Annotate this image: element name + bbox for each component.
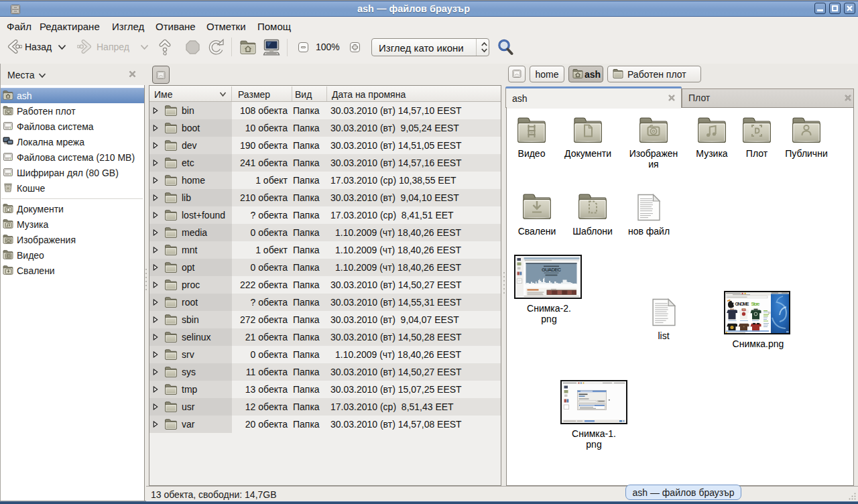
svg-text:Store: Store [751, 302, 760, 306]
svg-text:GNOME: GNOME [735, 302, 749, 306]
svg-text:GUADEC: GUADEC [542, 267, 562, 273]
